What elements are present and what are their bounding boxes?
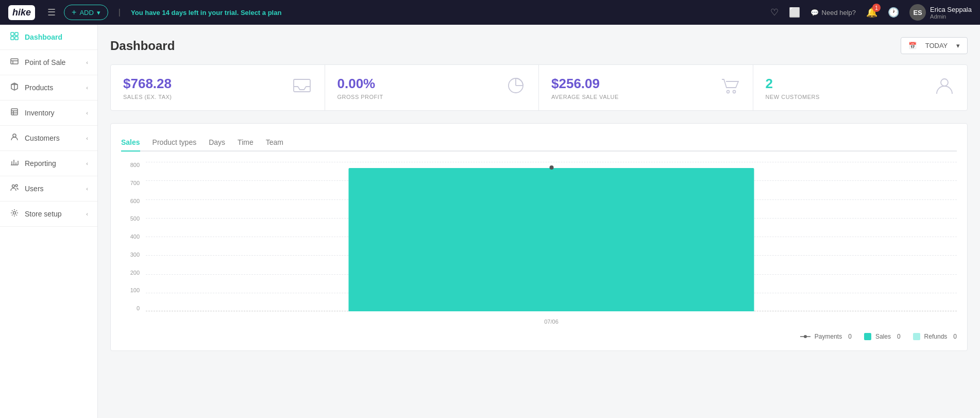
kpi-gross-profit-value: 0.00% [337,76,383,92]
chart-legend: Payments 0 Sales 0 Refunds 0 [121,333,957,340]
chart-x-axis: 07/06 [146,319,957,325]
sidebar-item-point-of-sale[interactable]: Point of Sale ‹ [0,50,97,75]
legend-sales-count: 0 [897,333,901,340]
sidebar-item-store-setup[interactable]: Store setup ‹ [0,202,97,227]
tab-product-types[interactable]: Product types [153,134,197,152]
sidebar-item-label: Point of Sale [25,58,81,66]
chart-section: Sales Product types Days Time Team 0 100… [110,123,968,351]
sidebar-item-dashboard[interactable]: Dashboard [0,25,97,50]
sidebar-item-customers[interactable]: Customers ‹ [0,126,97,151]
sidebar-item-reporting[interactable]: Reporting ‹ [0,151,97,176]
sidebar-item-label: Inventory [25,109,81,117]
select-plan-link[interactable]: Select a plan [241,9,281,16]
layout: Dashboard Point of Sale ‹ Products ‹ Inv… [0,25,980,418]
sales-inbox-icon [292,75,312,100]
legend-refunds: Refunds 0 [913,333,957,340]
kpi-avg-sale-value: $256.09 [551,76,619,92]
dashboard-header: Dashboard 📅 TODAY ▾ [110,37,968,54]
favorites-icon[interactable]: ♡ [770,7,779,18]
products-icon [9,82,20,93]
svg-point-28 [941,79,948,86]
chevron-left-icon: ‹ [86,211,88,217]
sidebar-item-label: Products [25,83,81,92]
y-label-300: 300 [121,252,143,258]
sidebar-item-products[interactable]: Products ‹ [0,75,97,101]
y-label-700: 700 [121,180,143,186]
svg-rect-2 [11,37,14,40]
chevron-left-icon: ‹ [86,186,88,192]
hamburger-button[interactable]: ☰ [47,7,56,18]
y-label-800: 800 [121,162,143,168]
users-icon [9,183,20,194]
chart-bar-dot [549,165,553,170]
divider: | [119,8,121,17]
tab-sales[interactable]: Sales [121,134,140,152]
avatar: ES [909,4,926,21]
sidebar: Dashboard Point of Sale ‹ Products ‹ Inv… [0,25,98,418]
kpi-new-customers-label: NEW CUSTOMERS [766,94,820,100]
tab-team[interactable]: Team [266,134,283,152]
kpi-sales-info: $768.28 SALES (EX. TAX) [123,76,172,100]
sidebar-item-users[interactable]: Users ‹ [0,176,97,202]
date-filter-chevron-icon: ▾ [956,42,960,49]
chevron-left-icon: ‹ [86,110,88,116]
help-label: Need help? [822,9,856,16]
y-label-200: 200 [121,270,143,276]
svg-rect-9 [11,109,18,115]
chart-plot-area [146,162,957,311]
legend-sales-label: Sales [875,333,891,340]
logo: hike [8,5,35,20]
chart-y-axis: 0 100 200 300 400 500 600 700 800 [121,162,143,311]
sidebar-item-label: Store setup [25,210,81,218]
add-label: ADD [79,9,93,16]
sidebar-item-label: Customers [25,134,81,142]
kpi-gross-profit-label: GROSS PROFIT [337,94,383,100]
customers-icon [9,133,20,143]
date-filter-button[interactable]: 📅 TODAY ▾ [901,37,968,54]
refunds-square-icon [913,333,920,340]
tab-time[interactable]: Time [238,134,254,152]
sidebar-item-inventory[interactable]: Inventory ‹ [0,101,97,126]
y-label-100: 100 [121,287,143,293]
add-chevron-icon: ▾ [97,9,100,16]
kpi-avg-sale-info: $256.09 AVERAGE SALE VALUE [551,76,619,100]
dashboard-icon [9,32,20,42]
kpi-gross-profit-info: 0.00% GROSS PROFIT [337,76,383,100]
page-title: Dashboard [110,39,175,53]
help-chat-icon: 💬 [810,9,819,16]
chevron-left-icon: ‹ [86,160,88,166]
sidebar-item-label: Dashboard [25,33,88,41]
notifications-icon[interactable]: 🔔 1 [866,7,877,18]
tab-days[interactable]: Days [209,134,225,152]
kpi-cards: $768.28 SALES (EX. TAX) 0.00% GROSS PROF… [110,64,968,111]
sales-square-icon [864,333,871,340]
svg-point-21 [13,212,16,214]
svg-point-20 [15,185,18,187]
user-role: Admin [930,13,972,20]
topnav: hike ☰ + ADD ▾ | You have 14 days left i… [0,0,980,25]
add-button[interactable]: + ADD ▾ [64,5,108,20]
kpi-sales-value: $768.28 [123,76,172,92]
kpi-sales-label: SALES (EX. TAX) [123,94,172,100]
legend-refunds-count: 0 [953,333,957,340]
gridline-800 [146,162,957,162]
svg-point-19 [12,185,15,188]
legend-refunds-label: Refunds [924,333,948,340]
user-profile[interactable]: ES Erica Seppala Admin [909,4,972,21]
chart-container: 0 100 200 300 400 500 600 700 800 [121,162,957,327]
svg-point-27 [733,91,735,93]
plus-icon: + [72,8,76,17]
user-info: Erica Seppala Admin [930,6,972,20]
history-icon[interactable]: 🕐 [888,7,899,18]
reporting-icon [9,158,20,169]
x-label-0706: 07/06 [544,319,559,325]
payments-line-icon [800,336,810,337]
messages-icon[interactable]: ⬜ [789,7,800,18]
kpi-new-customers-value: 2 [766,76,820,92]
svg-point-13 [13,134,16,137]
help-button[interactable]: 💬 Need help? [810,9,856,16]
sidebar-item-label: Users [25,185,81,193]
chevron-left-icon: ‹ [86,135,88,141]
legend-payments: Payments 0 [800,333,852,340]
new-customers-person-icon [934,75,955,100]
